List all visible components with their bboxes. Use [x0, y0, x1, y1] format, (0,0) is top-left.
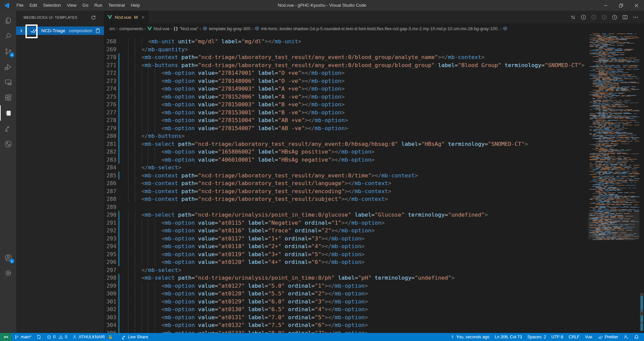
minimap[interactable]: [588, 34, 639, 333]
refresh-icon[interactable]: [90, 14, 97, 21]
sync-status[interactable]: [34, 333, 44, 341]
indentation-status[interactable]: Spaces: 2: [525, 333, 548, 341]
restore-button[interactable]: [613, 0, 629, 11]
activity-live-share-icon[interactable]: [0, 121, 16, 136]
feedback-icon[interactable]: [621, 333, 631, 341]
activity-explorer-icon[interactable]: [0, 13, 16, 28]
code-line-row[interactable]: 274 <mb-option value="278149003" label="…: [104, 85, 588, 93]
menu-help[interactable]: Help: [128, 0, 143, 11]
activity-accounts-icon[interactable]: 1: [0, 250, 16, 265]
code-line-row[interactable]: 285 <mb-context path="ncd-triage/laborat…: [104, 172, 588, 180]
code-line-row[interactable]: 280 </mb-buttons>: [104, 132, 588, 140]
problems-status[interactable]: 0 0: [44, 333, 69, 341]
open-changes-icon[interactable]: [569, 13, 577, 21]
code-line-row[interactable]: 287 <mb-context path="ncd-triage/laborat…: [104, 187, 588, 195]
formatter-status[interactable]: Prettier: [595, 333, 621, 341]
code-line-row[interactable]: 289: [104, 203, 588, 211]
activity-run-debug-icon[interactable]: [0, 59, 16, 74]
code-line-row[interactable]: 301 <mb-option value="at0129" label="6.0…: [104, 298, 588, 306]
cursor-position[interactable]: Ln 306, Col 73: [492, 333, 524, 341]
code-editor[interactable]: 268 <mb-unit unit="mg/dl" label="mg/dl">…: [104, 34, 644, 333]
menu-go[interactable]: Go: [79, 0, 91, 11]
menu-terminal[interactable]: Terminal: [105, 0, 128, 11]
menu-edit[interactable]: Edit: [26, 0, 40, 11]
code-line-row[interactable]: 284 </mb-select>: [104, 164, 588, 172]
breadcrumb-item[interactable]: mb-form..border.shadow-2xl.p-5.rounded-x…: [255, 26, 499, 31]
breadcrumb-item[interactable]: [503, 26, 509, 31]
code-line-row[interactable]: 278 <mb-option value="278151004" label="…: [104, 116, 588, 124]
code-line-row[interactable]: 271 <mb-buttons path="ncd-triage/laborat…: [104, 61, 588, 69]
nav-dot-icon[interactable]: [590, 13, 598, 21]
blame-status[interactable]: You, seconds ago: [448, 333, 492, 341]
code-line-row[interactable]: 270 <mb-context path="ncd-triage/laborat…: [104, 53, 588, 61]
code-line-row[interactable]: 281 <mb-select path="ncd-triage/laborato…: [104, 140, 588, 148]
branch-status[interactable]: main*: [12, 333, 34, 341]
code-line-row[interactable]: 283 <mb-option value="406010001" label="…: [104, 156, 588, 164]
code-line-row[interactable]: 276 <mb-option value="278150003" label="…: [104, 101, 588, 109]
code-line-row[interactable]: 268 <mb-unit unit="mg/dl" label="mg/dl">…: [104, 38, 588, 46]
code-line-row[interactable]: 282 <mb-option value="165806002" label="…: [104, 148, 588, 156]
activity-extensions-icon[interactable]: [0, 90, 16, 105]
code-line-row[interactable]: 294 <mb-option value="at0118" label="2+"…: [104, 242, 588, 250]
code-line-row[interactable]: 286 <mb-context path="ncd-triage/laborat…: [104, 179, 588, 187]
activity-gitlens-icon[interactable]: [0, 136, 16, 152]
menu-view[interactable]: View: [64, 0, 79, 11]
code-line-row[interactable]: 290 <mb-select path="ncd-triage/urinalys…: [104, 211, 588, 219]
activity-medblocks-templates-icon[interactable]: [0, 105, 16, 121]
breadcrumb-item[interactable]: template.bg-gray-300: [203, 26, 251, 31]
vertical-scrollbar[interactable]: [639, 34, 644, 333]
nav-back-icon[interactable]: [580, 13, 587, 21]
minimap-slider[interactable]: [588, 213, 639, 239]
code-line-row[interactable]: 299 <mb-option value="at0127" label="5.0…: [104, 282, 588, 290]
code-line-row[interactable]: 298 <mb-select path="ncd-triage/urinalys…: [104, 274, 588, 282]
code-line-row[interactable]: 305 <mb-option value="at0133" label="8.0…: [104, 329, 588, 333]
double-check-icon[interactable]: [30, 28, 37, 33]
menu-run[interactable]: Run: [91, 0, 105, 11]
live-share-status[interactable]: Live Share: [119, 333, 151, 341]
eol-status[interactable]: CRLF: [566, 333, 582, 341]
code-line-row[interactable]: 275 <mb-option value="278152006" label="…: [104, 93, 588, 101]
code-line-row[interactable]: 300 <mb-option value="at0128" label="5.5…: [104, 290, 588, 298]
language-mode[interactable]: Vue: [583, 333, 595, 341]
code-line-row[interactable]: 279 <mb-option value="278154007" label="…: [104, 124, 588, 132]
breadcrumb-item[interactable]: Ncd.vue: [147, 26, 170, 31]
timeline-icon[interactable]: [611, 13, 619, 21]
encoding-status[interactable]: UTF-8: [549, 333, 566, 341]
code-line-row[interactable]: 277 <mb-option value="278153001" label="…: [104, 109, 588, 117]
chevron-right-icon[interactable]: [19, 29, 23, 33]
code-line-row[interactable]: 273 <mb-option value="278148006" label="…: [104, 77, 588, 85]
code-line-row[interactable]: 295 <mb-option value="at0119" label="3+"…: [104, 250, 588, 259]
tree-item-ncd-triage[interactable]: NCD-Triage composition: [16, 26, 104, 35]
tab-ncd-vue[interactable]: Ncd.vue M: [104, 11, 149, 23]
activity-search-icon[interactable]: [0, 28, 16, 44]
more-actions-icon[interactable]: [632, 13, 639, 21]
user-status[interactable]: ATHULKNAIR: [70, 333, 115, 341]
tab-close-icon[interactable]: [141, 15, 145, 19]
code-line-row[interactable]: 292 <mb-option value="at0116" label="Tra…: [104, 227, 588, 235]
activity-remote-explorer-icon[interactable]: [0, 74, 16, 90]
activity-settings-icon[interactable]: [0, 265, 16, 281]
code-line-row[interactable]: 269 </mb-quantity>: [104, 46, 588, 54]
breadcrumb-item[interactable]: src: [109, 26, 115, 31]
clipboard-icon[interactable]: [96, 28, 100, 33]
code-line-row[interactable]: 297 </mb-select>: [104, 266, 588, 274]
code-line-row[interactable]: 293 <mb-option value="at0117" label="1+"…: [104, 235, 588, 243]
code-line-row[interactable]: 296 <mb-option value="at0120" label="4+"…: [104, 258, 588, 266]
menu-selection[interactable]: Selection: [40, 0, 64, 11]
code-line-row[interactable]: 302 <mb-option value="at0130" label="6.5…: [104, 305, 588, 314]
code-line-row[interactable]: 303 <mb-option value="at0131" label="7.0…: [104, 314, 588, 322]
code-line-row[interactable]: 272 <mb-option value="278147001" label="…: [104, 69, 588, 77]
code-line-row[interactable]: 304 <mb-option value="at0132" label="7.5…: [104, 321, 588, 329]
close-button[interactable]: [629, 0, 644, 11]
breadcrumb-item[interactable]: { }"Ncd.vue": [174, 26, 199, 31]
nav-forward-icon[interactable]: [600, 13, 608, 21]
code-line-row[interactable]: 288 <mb-context path="ncd-triage/laborat…: [104, 195, 588, 203]
minimize-button[interactable]: [598, 0, 613, 11]
code-line-row[interactable]: 291 <mb-option value="at0115" label="Neg…: [104, 219, 588, 227]
split-editor-icon[interactable]: [621, 13, 629, 21]
menu-file[interactable]: File: [13, 0, 26, 11]
notifications-bell-icon[interactable]: [632, 333, 641, 341]
remote-indicator[interactable]: ><: [0, 333, 11, 341]
activity-source-control-icon[interactable]: 1: [0, 44, 16, 59]
breadcrumb-item[interactable]: components: [119, 26, 143, 31]
